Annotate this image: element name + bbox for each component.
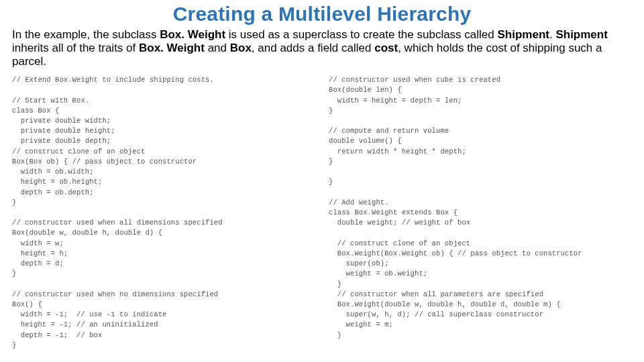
code-row: // Extend Box.Weight to include shipping… bbox=[0, 71, 644, 351]
intro-bold: cost bbox=[374, 42, 398, 54]
intro-bold: Box. Weight bbox=[139, 42, 208, 54]
intro-bold: Shipment bbox=[498, 28, 549, 41]
intro-bold: Box. Weight bbox=[160, 28, 225, 41]
slide-title: Creating a Multilevel Hierarchy bbox=[0, 0, 644, 27]
intro-text: In the example, the subclass bbox=[12, 28, 160, 41]
intro-text: , and adds a field called bbox=[252, 42, 374, 54]
intro-text: is used as a superclass to create the su… bbox=[225, 28, 497, 41]
slide: Creating a Multilevel Hierarchy In the e… bbox=[0, 0, 644, 362]
code-left: // Extend Box.Weight to include shipping… bbox=[12, 75, 315, 351]
intro-text: . bbox=[549, 28, 555, 41]
intro-paragraph: In the example, the subclass Box. Weight… bbox=[0, 27, 644, 71]
intro-text: and bbox=[208, 42, 230, 54]
code-right: // constructor used when cube is created… bbox=[329, 75, 632, 351]
intro-bold: Box bbox=[230, 42, 252, 54]
intro-text: inherits all of the traits of bbox=[12, 42, 139, 54]
intro-bold: Shipment bbox=[555, 28, 607, 41]
